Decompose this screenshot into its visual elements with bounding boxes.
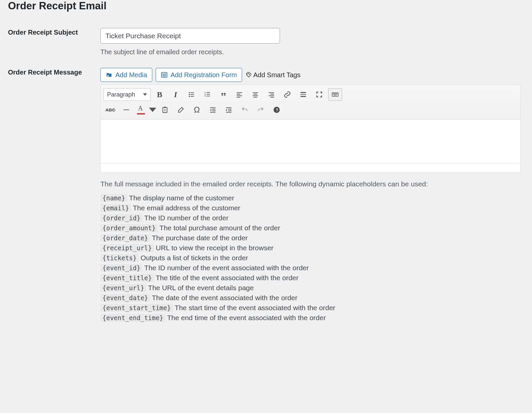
- form-list-icon: [161, 71, 168, 79]
- add-registration-form-label: Add Registration Form: [171, 70, 237, 80]
- svg-rect-46: [210, 112, 216, 113]
- placeholder-row: {event_end_time} The end time of the eve…: [100, 314, 521, 322]
- align-center-button[interactable]: [248, 88, 262, 101]
- insert-more-button[interactable]: [296, 88, 310, 101]
- placeholder-row: {event_start_time} The start time of the…: [100, 304, 521, 312]
- fullscreen-button[interactable]: [312, 88, 326, 101]
- subject-input[interactable]: [100, 28, 280, 44]
- outdent-button[interactable]: [206, 103, 220, 116]
- svg-rect-14: [206, 94, 210, 95]
- bullet-list-button[interactable]: [185, 88, 199, 101]
- subject-help: The subject line of emailed order receip…: [100, 48, 521, 56]
- message-label: Order Receipt Message: [8, 62, 97, 328]
- undo-icon: [241, 106, 248, 113]
- outdent-icon: [209, 106, 216, 113]
- fullscreen-icon: [316, 91, 323, 98]
- svg-rect-20: [237, 97, 240, 98]
- bullet-list-icon: [188, 91, 195, 98]
- svg-rect-23: [253, 96, 258, 96]
- svg-rect-26: [270, 94, 274, 95]
- editor-statusbar: [101, 163, 520, 172]
- placeholder-row: {email} The email address of the custome…: [100, 204, 521, 212]
- svg-point-4: [247, 74, 247, 75]
- format-select[interactable]: Paragraph: [103, 88, 151, 101]
- text-color-menu[interactable]: [149, 103, 156, 116]
- italic-icon: I: [174, 90, 177, 99]
- align-right-button[interactable]: [264, 88, 278, 101]
- redo-icon: [257, 106, 264, 113]
- paste-text-button[interactable]: T: [158, 103, 172, 116]
- placeholder-tag: {event_url}: [100, 284, 146, 292]
- svg-rect-49: [228, 110, 231, 111]
- placeholder-tag: {event_title}: [100, 274, 154, 282]
- svg-point-36: [335, 94, 336, 95]
- svg-rect-17: [237, 93, 242, 93]
- svg-rect-50: [226, 112, 232, 113]
- placeholder-desc: The purchase date of the order: [150, 234, 248, 242]
- add-media-button[interactable]: Add Media: [100, 68, 152, 82]
- hr-icon: [123, 106, 130, 113]
- numbered-list-button[interactable]: 123: [200, 88, 214, 101]
- help-button[interactable]: ?: [270, 103, 284, 116]
- placeholder-tag: {order_date}: [100, 234, 150, 242]
- placeholder-row: {order_date} The purchase date of the or…: [100, 234, 521, 242]
- placeholder-desc: The start time of the event associated w…: [173, 304, 335, 311]
- blockquote-button[interactable]: [216, 88, 230, 101]
- placeholder-tag: {event_end_time}: [100, 314, 165, 322]
- svg-rect-32: [301, 96, 306, 97]
- format-select-label: Paragraph: [107, 91, 135, 98]
- link-icon: [284, 91, 291, 98]
- italic-button[interactable]: I: [169, 88, 183, 101]
- special-character-button[interactable]: Ω: [190, 103, 204, 116]
- svg-rect-39: [124, 109, 129, 110]
- placeholder-tag: {event_date}: [100, 294, 150, 302]
- toolbar-toggle-button[interactable]: [328, 88, 342, 101]
- placeholder-tag: {event_id}: [100, 264, 142, 272]
- undo-button[interactable]: [238, 103, 252, 116]
- svg-rect-6: [191, 93, 194, 93]
- editor-content-area[interactable]: [101, 120, 520, 163]
- indent-icon: [225, 106, 232, 113]
- svg-text:3: 3: [204, 95, 206, 98]
- redo-button[interactable]: [254, 103, 268, 116]
- horizontal-rule-button[interactable]: [119, 103, 133, 116]
- svg-rect-21: [253, 93, 258, 93]
- svg-rect-45: [212, 110, 215, 111]
- placeholder-tag: {receipt_url}: [100, 244, 154, 252]
- quote-icon: [220, 91, 227, 98]
- clipboard-t-icon: T: [161, 106, 169, 113]
- insert-link-button[interactable]: [280, 88, 294, 101]
- clear-formatting-button[interactable]: [174, 103, 188, 116]
- read-more-icon: [300, 91, 307, 98]
- text-color-button[interactable]: A: [135, 103, 147, 116]
- svg-rect-47: [226, 107, 232, 108]
- placeholder-row: {event_title} The title of the event ass…: [100, 274, 521, 282]
- placeholder-tag: {name}: [100, 194, 127, 202]
- placeholder-row: {order_id} The ID number of the order: [100, 214, 521, 222]
- svg-rect-18: [237, 94, 240, 95]
- svg-rect-19: [237, 96, 242, 96]
- svg-rect-48: [228, 109, 231, 110]
- placeholder-tag: {order_id}: [100, 214, 142, 222]
- help-icon: ?: [273, 106, 280, 113]
- placeholder-desc: The ID number of the order: [142, 214, 228, 222]
- strikethrough-button[interactable]: ABC: [103, 103, 117, 116]
- placeholder-row: {name} The display name of the customer: [100, 194, 521, 202]
- align-left-button[interactable]: [232, 88, 246, 101]
- placeholder-desc: The title of the event associated with t…: [154, 274, 299, 282]
- indent-button[interactable]: [222, 103, 236, 116]
- svg-rect-28: [270, 97, 274, 98]
- section-title: Order Receipt Email: [8, 0, 524, 12]
- add-smart-tags-button[interactable]: Add Smart Tags: [245, 71, 301, 79]
- tags-icon: [245, 72, 252, 78]
- placeholder-row: {event_url} The URL of the event details…: [100, 284, 521, 292]
- placeholder-tag: {email}: [100, 204, 131, 212]
- placeholder-desc: The ID number of the event associated wi…: [142, 264, 309, 272]
- placeholder-tag: {event_start_time}: [100, 304, 173, 312]
- placeholder-row: {event_id} The ID number of the event as…: [100, 264, 521, 272]
- placeholder-desc: The total purchase amount of the order: [158, 224, 280, 232]
- placeholder-list: {name} The display name of the customer{…: [100, 194, 521, 322]
- add-registration-form-button[interactable]: Add Registration Form: [156, 68, 242, 82]
- svg-rect-22: [254, 94, 257, 95]
- bold-button[interactable]: B: [153, 88, 167, 101]
